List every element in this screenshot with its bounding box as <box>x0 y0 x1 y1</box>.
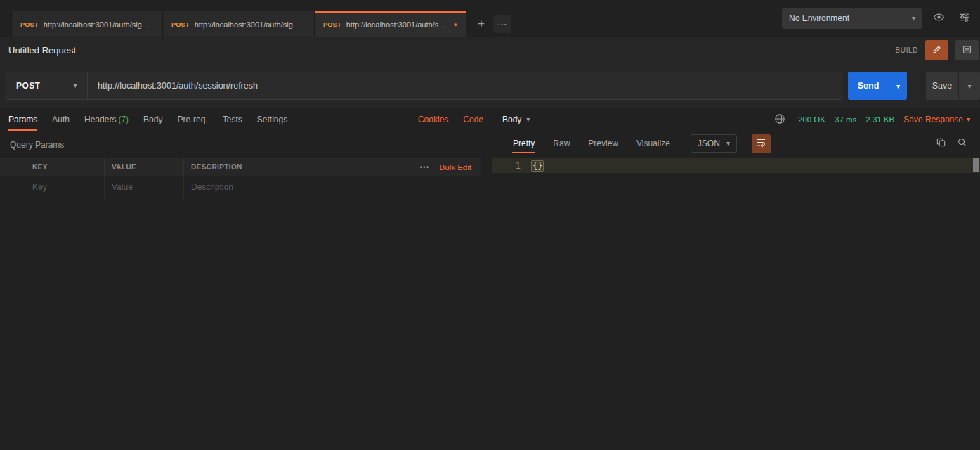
document-icon <box>962 44 972 57</box>
copy-icon <box>936 137 946 150</box>
save-button-group: Save ▾ <box>926 72 980 100</box>
response-toolbar-right <box>932 135 970 152</box>
copy-response-button[interactable] <box>932 135 949 152</box>
wrap-text-toggle[interactable] <box>752 134 771 153</box>
bulk-edit-link[interactable]: Bulk Edit <box>440 163 471 172</box>
code-link[interactable]: Code <box>463 115 483 124</box>
param-key-input[interactable] <box>25 176 105 198</box>
view-tab-raw[interactable]: Raw <box>545 134 577 153</box>
response-body-label: Body <box>502 115 521 124</box>
text-cursor <box>544 161 544 171</box>
value-column-header: VALUE <box>105 158 184 176</box>
request-tab-1[interactable]: POST http://localhost:3001/auth/sig... <box>11 11 163 37</box>
param-description-input[interactable] <box>184 176 481 198</box>
send-options-button[interactable]: ▾ <box>889 72 907 100</box>
params-table-header: KEY VALUE DESCRIPTION ••• Bulk Edit <box>0 158 481 176</box>
documentation-button[interactable] <box>955 40 979 60</box>
unsaved-changes-dot-icon: ● <box>454 22 457 28</box>
tab-pre-request[interactable]: Pre-req. <box>177 108 207 131</box>
tab-headers-label: Headers <box>84 115 116 124</box>
response-meta: 200 OK 37 ms 2.31 KB Save Response ▾ <box>771 110 970 129</box>
tab-bar: POST http://localhost:3001/auth/sig... P… <box>0 0 980 37</box>
environment-quick-look-button[interactable] <box>929 9 948 27</box>
wrap-text-icon <box>756 137 766 150</box>
tab-url-label: http://localhost:3001/auth/ses... <box>346 20 449 29</box>
url-box: POST ▾ <box>6 72 842 100</box>
main-split: Params Auth Headers (7) Body Pre-req. Te… <box>0 108 980 450</box>
tab-params[interactable]: Params <box>8 108 37 131</box>
save-response-label: Save Response <box>903 115 963 124</box>
key-column-header: KEY <box>25 158 105 176</box>
params-empty-row <box>0 176 481 198</box>
send-button[interactable]: Send <box>848 72 889 100</box>
save-button[interactable]: Save <box>926 72 958 100</box>
tab-headers[interactable]: Headers (7) <box>84 108 129 131</box>
row-select-column <box>0 158 25 176</box>
chevron-down-icon: ▾ <box>74 82 77 89</box>
url-bar-row: POST ▾ Send ▾ Save ▾ <box>0 63 980 108</box>
save-options-button[interactable]: ▾ <box>958 72 980 100</box>
request-config-tabs: Params Auth Headers (7) Body Pre-req. Te… <box>0 108 492 131</box>
response-body-editor[interactable]: 1 {} <box>492 156 980 450</box>
build-label: BUILD <box>896 46 918 54</box>
chevron-down-icon: ▾ <box>967 116 970 123</box>
tab-tests[interactable]: Tests <box>223 108 242 131</box>
tab-body[interactable]: Body <box>143 108 162 131</box>
query-params-title: Query Params <box>0 131 492 158</box>
globe-icon <box>774 113 785 127</box>
row-select-cell <box>0 176 25 198</box>
network-info-button[interactable] <box>771 110 789 129</box>
tab-method-badge: POST <box>171 21 190 28</box>
tab-url-label: http://localhost:3001/auth/sig... <box>44 20 154 29</box>
send-button-group: Send ▾ <box>848 72 907 100</box>
app-window: POST http://localhost:3001/auth/sig... P… <box>0 0 980 450</box>
response-panel: Body ▾ 200 OK 37 ms 2.31 KB Save Respons… <box>492 108 980 450</box>
url-input[interactable] <box>88 72 842 99</box>
table-header-actions: ••• Bulk Edit <box>420 163 474 172</box>
method-selector[interactable]: POST ▾ <box>6 72 88 99</box>
response-toolbar: Pretty Raw Preview Visualize JSON ▾ <box>492 131 980 156</box>
chevron-down-icon: ▾ <box>726 140 730 147</box>
response-body-dropdown[interactable]: Body ▾ <box>502 115 530 124</box>
edit-request-button[interactable] <box>925 40 948 60</box>
request-panel: Params Auth Headers (7) Body Pre-req. Te… <box>0 108 492 450</box>
settings-sliders-button[interactable] <box>955 9 973 27</box>
request-tab-3-active[interactable]: POST http://localhost:3001/auth/ses... ● <box>315 11 466 37</box>
request-tabs-strip: POST http://localhost:3001/auth/sig... P… <box>0 11 466 37</box>
tab-method-badge: POST <box>323 21 341 28</box>
code-content: {} <box>532 161 543 171</box>
status-badge: 200 OK <box>798 115 825 124</box>
params-table: KEY VALUE DESCRIPTION ••• Bulk Edit <box>0 158 481 198</box>
tab-method-badge: POST <box>20 21 39 28</box>
request-tab-2[interactable]: POST http://localhost:3001/auth/sig... <box>163 11 315 37</box>
view-tab-pretty[interactable]: Pretty <box>505 134 542 153</box>
tab-auth[interactable]: Auth <box>52 108 70 131</box>
environment-area: No Environment ▾ <box>782 8 980 29</box>
description-label: DESCRIPTION <box>191 163 242 171</box>
code-line-active: 1 {} <box>492 158 980 173</box>
search-icon <box>957 137 967 150</box>
sliders-icon <box>958 11 970 25</box>
cookies-link[interactable]: Cookies <box>418 115 448 124</box>
tab-options-button[interactable]: ⋯ <box>493 15 511 33</box>
request-title[interactable]: Untitled Request <box>8 45 76 56</box>
view-tab-preview[interactable]: Preview <box>580 134 626 153</box>
line-number: 1 <box>492 161 532 171</box>
search-response-button[interactable] <box>953 135 970 152</box>
environment-label: No Environment <box>789 13 849 23</box>
more-options-icon[interactable]: ••• <box>420 164 430 171</box>
format-selector[interactable]: JSON ▾ <box>691 134 737 153</box>
environment-selector[interactable]: No Environment ▾ <box>782 8 922 29</box>
response-time: 37 ms <box>835 115 856 124</box>
tab-settings[interactable]: Settings <box>257 108 287 131</box>
new-tab-button[interactable]: + <box>472 15 490 33</box>
format-label: JSON <box>698 139 720 148</box>
scrollbar-thumb[interactable] <box>973 158 979 172</box>
response-header: Body ▾ 200 OK 37 ms 2.31 KB Save Respons… <box>492 108 980 131</box>
view-tab-visualize[interactable]: Visualize <box>629 134 678 153</box>
headers-count-badge: (7) <box>118 115 129 124</box>
param-value-input[interactable] <box>105 176 184 198</box>
save-response-button[interactable]: Save Response ▾ <box>903 115 970 124</box>
chevron-down-icon: ▾ <box>912 15 915 22</box>
description-column-header: DESCRIPTION ••• Bulk Edit <box>184 158 481 176</box>
